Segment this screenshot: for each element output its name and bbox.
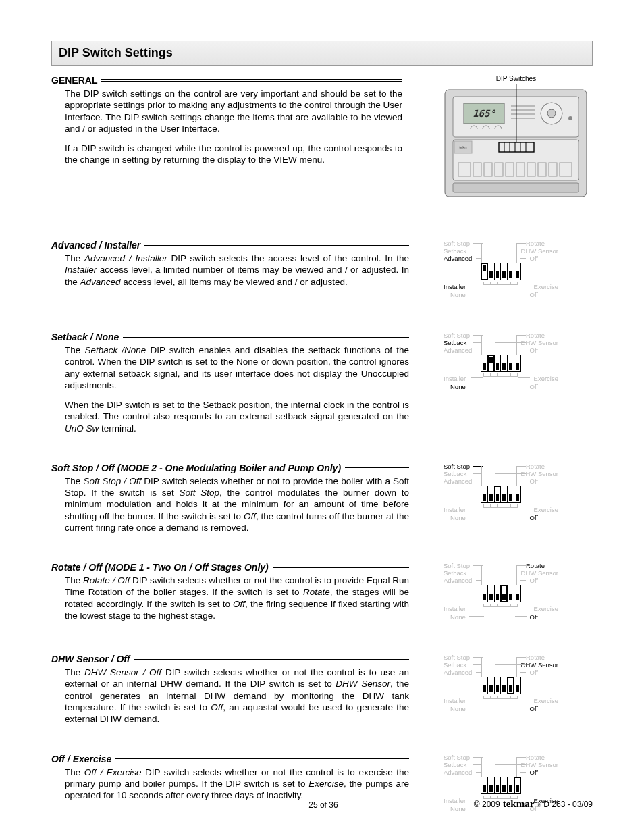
- paragraph: The Advanced / Installer DIP switch sele…: [65, 253, 409, 288]
- heading-text: DHW Sensor / Off: [51, 654, 130, 664]
- dip-switch-6: [514, 777, 520, 793]
- dip-label: None: [450, 291, 466, 298]
- dip-switch-5: [508, 263, 514, 280]
- heading-rule: [115, 758, 409, 759]
- dip-switch-3: [495, 777, 502, 793]
- dip-label: Exercise: [534, 506, 558, 513]
- dip-label: Rotate: [526, 654, 545, 661]
- svg-text:tekn: tekn: [459, 145, 466, 149]
- svg-rect-31: [453, 183, 579, 192]
- dip-switch-2: [488, 486, 495, 502]
- dip-switch-3: [495, 263, 502, 280]
- page-footer: 25 of 36 © 2009 tekmar® D 263 - 03/09: [51, 798, 593, 810]
- dip-switch-4: [501, 777, 508, 793]
- dip-switch-2: [488, 263, 495, 280]
- dip-label: Rotate: [526, 754, 545, 761]
- dip-switch-5: [508, 355, 514, 371]
- dip-label: Exercise: [534, 605, 558, 613]
- dip-switch-4: [501, 677, 508, 694]
- heading-rule: [123, 337, 409, 338]
- dip-switch-6: [514, 677, 520, 694]
- dip-label: Off: [530, 705, 539, 712]
- dip-label: Off: [530, 291, 539, 298]
- svg-text:165°: 165°: [473, 108, 495, 119]
- dip-label: None: [450, 514, 466, 521]
- page-title: DIP Switch Settings: [59, 46, 585, 60]
- paragraph: When the DIP switch is set to the Setbac…: [65, 399, 409, 434]
- dip-label: Off: [530, 255, 539, 262]
- dip-label: Installer: [444, 605, 466, 613]
- heading-text: Soft Stop / Off (MODE 2 - One Modulating…: [51, 463, 341, 473]
- dip-label: Setback: [444, 339, 466, 346]
- heading-text: GENERAL: [51, 75, 97, 86]
- dip-section: Soft Stop / Off (MODE 2 - One Modulating…: [51, 463, 593, 533]
- paragraph: The DIP switch settings on the control a…: [65, 88, 402, 134]
- dip-switch-1: [481, 355, 488, 371]
- dip-switch-1: [481, 585, 488, 602]
- dip-section: DHW Sensor / Off The DHW Sensor / Off DI…: [51, 654, 593, 725]
- brand-logo: tekmar: [503, 798, 535, 810]
- dip-label: Advanced: [444, 346, 472, 354]
- dip-switch-4: [501, 486, 508, 502]
- dip-label: Installer: [444, 697, 466, 704]
- dip-switch-6: [514, 355, 520, 371]
- dip-switch-block: [481, 263, 521, 280]
- dip-switch-5: [508, 585, 514, 602]
- dip-switch-3: [495, 585, 502, 602]
- dip-label: Off: [530, 346, 539, 354]
- subsection-heading: Soft Stop / Off (MODE 2 - One Modulating…: [51, 463, 409, 473]
- general-heading: GENERAL: [51, 75, 402, 86]
- heading-rule: [273, 567, 409, 568]
- dip-label: Off: [530, 383, 539, 390]
- dip-label: Off: [530, 514, 539, 521]
- dip-label: Setback: [444, 661, 466, 669]
- dip-label: Off: [530, 477, 539, 485]
- dip-switch-1: [481, 263, 488, 280]
- heading-text: Advanced / Installer: [51, 240, 140, 251]
- dip-label: Advanced: [444, 477, 472, 485]
- dip-section: Advanced / Installer The Advanced / Inst…: [51, 240, 593, 303]
- doc-id: D 263 - 03/09: [543, 800, 593, 809]
- general-section: GENERAL The DIP switch settings on the c…: [51, 75, 593, 199]
- subsection-heading: Rotate / Off (MODE 1 - Two On / Off Stag…: [51, 562, 409, 573]
- registered-mark: ®: [537, 802, 541, 808]
- dip-switch-5: [508, 486, 514, 502]
- paragraph: The DHW Sensor / Off DIP switch selects …: [65, 667, 409, 725]
- dip-switch-4: [501, 263, 508, 280]
- subsection-heading: Off / Exercise: [51, 754, 409, 764]
- dip-switch-3: [495, 677, 502, 694]
- dip-label: Setback: [444, 761, 466, 768]
- dip-label: Off: [530, 613, 539, 621]
- paragraph: The Off / Exercise DIP switch selects wh…: [65, 766, 409, 802]
- dip-label: DHW Sensor: [521, 661, 558, 669]
- dip-label: Off: [530, 577, 539, 584]
- dip-switch-3: [495, 355, 502, 371]
- svg-point-6: [568, 116, 572, 120]
- dip-label: Installer: [444, 506, 466, 513]
- dip-switch-2: [488, 355, 495, 371]
- heading-rule: [144, 245, 409, 246]
- dip-label: None: [450, 705, 466, 712]
- dip-switch-6: [514, 585, 520, 602]
- heading-rule: [134, 659, 409, 660]
- dip-switch-2: [488, 585, 495, 602]
- dip-label: DHW Sensor: [521, 339, 558, 346]
- dip-switch-diagram: Soft StopSetbackAdvancedRotateDHW Sensor…: [444, 562, 558, 625]
- heading-text: Rotate / Off (MODE 1 - Two On / Off Stag…: [51, 562, 269, 573]
- dip-label: Soft Stop: [444, 754, 470, 761]
- dip-label: Advanced: [444, 768, 472, 776]
- dip-switch-1: [481, 677, 488, 694]
- dip-switch-1: [481, 486, 488, 502]
- dip-switch-6: [514, 263, 520, 280]
- dip-label: Rotate: [526, 463, 545, 470]
- dip-label: Setback: [444, 470, 466, 477]
- dip-switch-2: [488, 677, 495, 694]
- subsection-heading: Setback / None: [51, 332, 409, 342]
- dip-label: Off: [530, 768, 539, 776]
- dip-label: Advanced: [444, 577, 472, 584]
- dip-label: DHW Sensor: [521, 247, 558, 255]
- dip-switch-block: [481, 355, 521, 372]
- dip-label: Exercise: [534, 697, 558, 704]
- dip-label: Advanced: [444, 255, 472, 262]
- dip-switch-4: [501, 355, 508, 371]
